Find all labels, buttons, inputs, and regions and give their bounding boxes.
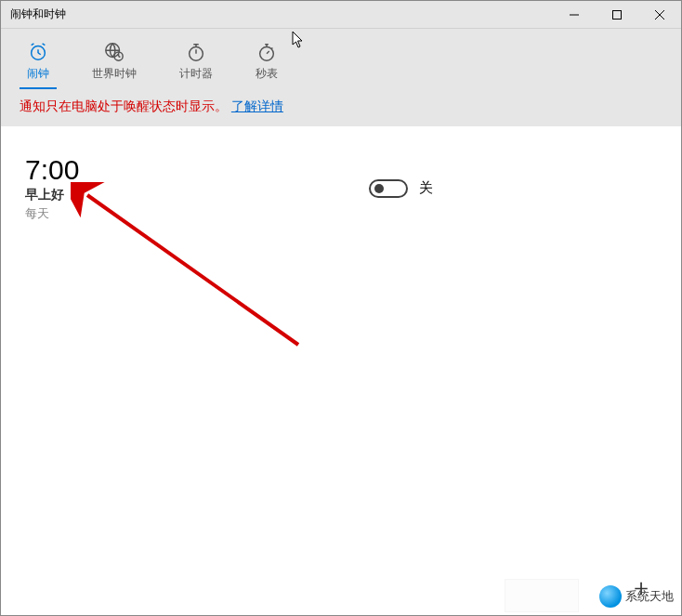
tab-bar: 闹钟 世界时钟 计时器 秒表 (1, 29, 681, 89)
svg-line-6 (38, 53, 41, 55)
close-button[interactable] (638, 1, 681, 28)
alarm-toggle-group: 关 (369, 179, 433, 198)
watermark: 系统天地 (599, 585, 674, 608)
window-title: 闹钟和时钟 (10, 7, 553, 22)
alarm-icon (28, 42, 48, 62)
content-area: 7:00 早上好 每天 关 ＋ (1, 126, 681, 616)
alarm-info: 7:00 早上好 每天 (25, 154, 350, 222)
notification-bar: 通知只在电脑处于唤醒状态时显示。 了解详情 (1, 89, 681, 126)
tab-alarm[interactable]: 闹钟 (20, 38, 57, 89)
alarm-item[interactable]: 7:00 早上好 每天 关 (25, 154, 657, 222)
titlebar: 闹钟和时钟 (1, 1, 681, 29)
watermark-globe-icon (599, 585, 622, 608)
globe-clock-icon (104, 42, 125, 62)
window-controls (553, 1, 681, 28)
maximize-button[interactable] (596, 1, 638, 28)
svg-line-21 (271, 47, 272, 48)
tab-label: 世界时钟 (92, 66, 137, 82)
svg-line-8 (43, 44, 46, 46)
toggle-knob (374, 184, 384, 193)
learn-more-link[interactable]: 了解详情 (231, 98, 283, 113)
tab-stopwatch[interactable]: 秒表 (248, 38, 285, 89)
svg-rect-1 (613, 10, 622, 19)
timer-icon (186, 42, 206, 62)
svg-line-7 (32, 44, 34, 46)
stopwatch-icon (256, 42, 277, 62)
alarm-name: 早上好 (25, 187, 350, 203)
alarm-repeat: 每天 (25, 205, 350, 222)
notification-text: 通知只在电脑处于唤醒状态时显示。 (20, 98, 228, 113)
toggle-state-label: 关 (419, 179, 433, 197)
svg-line-18 (267, 51, 269, 54)
svg-line-12 (119, 57, 121, 58)
tab-label: 闹钟 (27, 66, 49, 82)
alarm-toggle[interactable] (369, 179, 408, 198)
tab-timer[interactable]: 计时器 (172, 38, 220, 89)
alarm-time: 7:00 (25, 154, 350, 185)
tab-label: 秒表 (256, 66, 278, 82)
tab-label: 计时器 (179, 66, 213, 82)
tab-world-clock[interactable]: 世界时钟 (85, 38, 144, 89)
minimize-button[interactable] (553, 1, 596, 28)
background-decoration (505, 579, 579, 612)
watermark-text: 系统天地 (625, 588, 674, 605)
